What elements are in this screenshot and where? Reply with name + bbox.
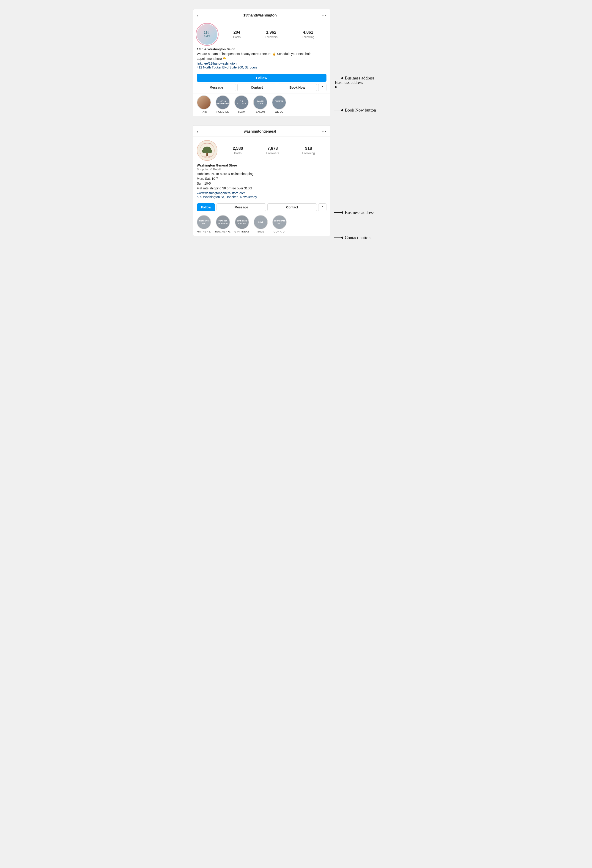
avatar-1[interactable]: 13th &WA: [197, 24, 218, 45]
stat-number-following-1: 4,861: [303, 30, 313, 35]
profile-card-2: ‹ washingtongeneral ···: [193, 125, 330, 236]
highlight-hair[interactable]: HAIR: [196, 95, 212, 113]
highlight-sale[interactable]: SALE SALE: [253, 215, 269, 233]
bio-name-2: Washington General Store: [197, 164, 327, 167]
annotation-label-address-2: Business address: [345, 210, 374, 215]
follow-button-2[interactable]: Follow: [197, 204, 215, 211]
bio-name-1: 13th & Washington Salon: [197, 47, 327, 51]
bio-section-2: Washington General Store Shopping & Reta…: [193, 162, 330, 202]
annotation-label-address-1: Business address: [345, 75, 374, 81]
stats-row-1: 204 Posts 1,962 Followers 4,861 Followin…: [221, 30, 327, 39]
stat-label-posts-2: Posts: [234, 151, 242, 155]
message-button-2[interactable]: Message: [216, 204, 266, 211]
action-buttons-row-1: Message Contact Book Now ˅: [197, 84, 327, 92]
annotation-arrow-address-1: [335, 80, 381, 94]
profile-info-row-2: WASHINGTON GENERAL STORE 2,580 Posts 7,6…: [193, 136, 330, 162]
svg-point-7: [208, 149, 212, 153]
svg-point-6: [202, 149, 206, 153]
highlight-circle-sale: SALE: [254, 215, 268, 229]
highlight-circle-gift: GIFT IDEAS A SERIES: [235, 215, 249, 229]
highlight-circle-teacher: TEACHER GIFT IDEAS: [216, 215, 230, 229]
stat-label-followers-2: Followers: [266, 151, 279, 155]
stat-following-1[interactable]: 4,861 Following: [302, 30, 314, 39]
highlight-gift[interactable]: GIFT IDEAS A SERIES GIFT IDEAS: [234, 215, 250, 233]
avatar-text-1: 13th: [204, 31, 210, 34]
highlight-circle-policies: 13TH & WASHINGTON: [216, 95, 230, 109]
bio-address-1[interactable]: 412 North Tucker Blvd Suite 200, St. Lou…: [197, 65, 327, 69]
highlight-circle-corp: CORPORATE GIFT: [272, 215, 287, 229]
highlight-policies[interactable]: 13TH & WASHINGTON POLICIES: [215, 95, 231, 113]
highlight-label-welo: WE LO: [275, 111, 283, 113]
highlight-label-policies: POLICIES: [216, 111, 229, 113]
highlight-circle-hair: [197, 95, 211, 109]
bio-link-2[interactable]: www.washingtongeneralstore.com: [197, 191, 327, 195]
back-button-1[interactable]: ‹: [197, 13, 198, 18]
card-header-1: ‹ 13thandwashington ···: [193, 9, 330, 21]
more-button-1[interactable]: ···: [322, 13, 327, 18]
stat-label-followers-1: Followers: [265, 35, 278, 39]
bio-section-1: 13th & Washington Salon We are a team of…: [193, 46, 330, 72]
stat-number-posts-2: 2,580: [233, 146, 243, 151]
highlight-circle-salon: SALON TOUR: [253, 95, 267, 109]
highlight-teacher[interactable]: TEACHER GIFT IDEAS TEACHER G.: [215, 215, 231, 233]
back-button-2[interactable]: ‹: [197, 129, 198, 134]
bio-text-2: Hoboken, NJ In-store & online shopping! …: [197, 171, 327, 191]
stat-followers-1[interactable]: 1,962 Followers: [265, 30, 278, 39]
svg-text:WASHINGTON: WASHINGTON: [203, 143, 211, 145]
highlight-label-salon: SALON: [256, 111, 265, 113]
bio-address-2[interactable]: 509 Washington St, Hoboken, New Jersey: [197, 195, 327, 199]
profile-info-row-1: 13th &WA 204 Posts 1,962 Followers 4,861: [193, 21, 330, 46]
action-buttons-row-2: Follow Message Contact ˅: [197, 204, 327, 211]
stat-label-posts-1: Posts: [233, 35, 241, 39]
highlights-section-1: HAIR 13TH & WASHINGTON POLICIES THE STYL…: [193, 93, 330, 113]
highlight-welo[interactable]: WHAT WE LO WE LO: [271, 95, 287, 113]
svg-rect-4: [206, 153, 208, 156]
dropdown-button-1[interactable]: ˅: [318, 84, 327, 92]
highlight-corp[interactable]: CORPORATE GIFT CORP. GI: [271, 215, 287, 233]
annotation-text-address-1: Business address: [335, 80, 363, 85]
username-1: 13thandwashington: [243, 13, 277, 18]
svg-marker-2: [335, 86, 338, 88]
highlight-circle-team: THE STYLISTS: [234, 95, 249, 109]
bio-category-2: Shopping & Retail: [197, 168, 327, 171]
annotation-label-contact-2: Contact button: [345, 235, 370, 240]
avatar-svg-2: WASHINGTON GENERAL STORE: [199, 142, 215, 158]
bio-link-1[interactable]: linktr.ee/13thandwashington: [197, 62, 327, 65]
avatar-text-2: &WA: [204, 35, 210, 38]
stat-following-2[interactable]: 918 Following: [302, 146, 315, 155]
highlight-label-corp: CORP. GI: [274, 230, 286, 233]
contact-button-2[interactable]: Contact: [267, 204, 317, 211]
booknow-button-1[interactable]: Book Now: [278, 84, 317, 92]
highlight-team[interactable]: THE STYLISTS TEAM: [234, 95, 250, 113]
avatar-2[interactable]: WASHINGTON GENERAL STORE: [197, 140, 218, 161]
stat-posts-1[interactable]: 204 Posts: [233, 30, 241, 39]
dropdown-button-2[interactable]: ˅: [318, 204, 327, 211]
bio-text-1: We are a team of independent beauty entr…: [197, 52, 327, 61]
svg-text:GENERAL STORE: GENERAL STORE: [202, 156, 212, 157]
highlights-section-2: MOTHER'S DAY MOTHERS. TEACHER GIFT IDEAS…: [193, 213, 330, 233]
follow-button-1[interactable]: Follow: [197, 74, 327, 82]
highlight-circle-welo: WHAT WE LO: [272, 95, 286, 109]
highlight-circle-mothers: MOTHER'S DAY: [197, 215, 211, 229]
highlight-mothers[interactable]: MOTHER'S DAY MOTHERS.: [196, 215, 212, 233]
highlight-label-mothers: MOTHERS.: [197, 230, 211, 233]
highlight-label-hair: HAIR: [201, 111, 207, 113]
highlight-label-gift: GIFT IDEAS: [234, 230, 250, 233]
message-button-1[interactable]: Message: [197, 84, 236, 92]
stat-followers-2[interactable]: 7,678 Followers: [266, 146, 279, 155]
username-2: washingtongeneral: [244, 129, 276, 133]
stat-number-posts-1: 204: [234, 30, 240, 35]
stat-number-followers-2: 7,678: [268, 146, 278, 151]
buttons-section-2: Follow Message Contact ˅: [193, 202, 330, 213]
stat-number-followers-1: 1,962: [266, 30, 276, 35]
more-button-2[interactable]: ···: [322, 129, 327, 134]
stat-label-following-1: Following: [302, 35, 314, 39]
highlight-salon[interactable]: SALON TOUR SALON: [252, 95, 268, 113]
profile-card-1: ‹ 13thandwashington ··· 13th &WA 204 Pos…: [193, 9, 330, 116]
stat-label-following-2: Following: [302, 151, 315, 155]
stat-posts-2[interactable]: 2,580 Posts: [233, 146, 243, 155]
card-header-2: ‹ washingtongeneral ···: [193, 125, 330, 136]
contact-button-1[interactable]: Contact: [237, 84, 277, 92]
annotation-label-booknow-1: Book Now button: [345, 108, 376, 113]
highlight-label-sale: SALE: [257, 230, 264, 233]
